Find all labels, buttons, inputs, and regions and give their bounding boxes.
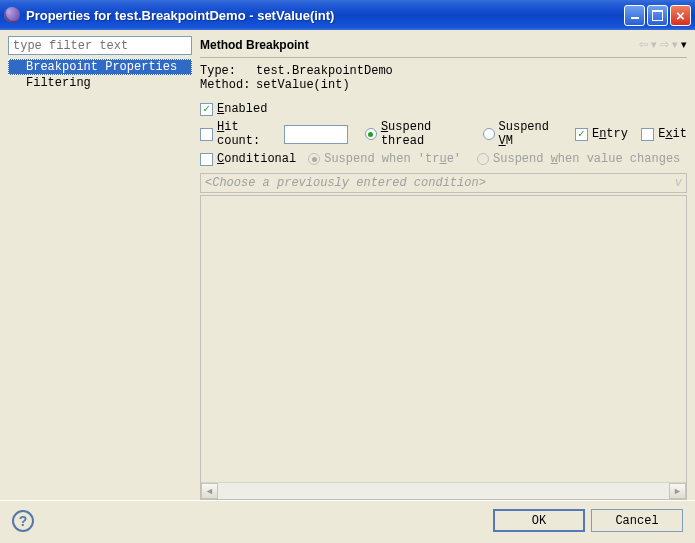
- view-menu-icon[interactable]: ▾: [681, 38, 687, 51]
- dialog-body: Breakpoint Properties Filtering Method B…: [0, 30, 695, 500]
- help-icon[interactable]: ?: [12, 510, 34, 532]
- suspend-vm-label: Suspend VM: [499, 120, 562, 148]
- filter-input[interactable]: [8, 36, 192, 55]
- chevron-down-icon: v: [675, 176, 682, 190]
- suspend-true-label: Suspend when 'true': [324, 152, 461, 166]
- conditional-label: Conditional: [217, 152, 296, 166]
- suspend-changes-radio: [477, 153, 489, 165]
- conditional-checkbox[interactable]: [200, 153, 213, 166]
- enabled-checkbox[interactable]: [200, 103, 213, 116]
- tree[interactable]: Breakpoint Properties Filtering: [8, 59, 192, 500]
- cancel-button[interactable]: Cancel: [591, 509, 683, 532]
- left-pane: Breakpoint Properties Filtering: [8, 36, 192, 500]
- forward-menu-icon[interactable]: ▾: [672, 38, 678, 51]
- section-title: Method Breakpoint: [200, 38, 639, 52]
- tree-item-breakpoint-properties[interactable]: Breakpoint Properties: [8, 59, 192, 75]
- condition-combo-placeholder: <Choose a previously entered condition>: [205, 176, 486, 190]
- enabled-label: Enabled: [217, 102, 267, 116]
- suspend-thread-radio[interactable]: [365, 128, 377, 140]
- horizontal-scrollbar[interactable]: ◄ ►: [201, 482, 686, 499]
- entry-checkbox[interactable]: [575, 128, 588, 141]
- hit-count-label: Hit count:: [217, 120, 280, 148]
- suspend-thread-label: Suspend thread: [381, 120, 469, 148]
- exit-label: Exit: [658, 127, 687, 141]
- conditional-row: Conditional Suspend when 'true' Suspend …: [200, 152, 687, 166]
- hit-count-checkbox[interactable]: [200, 128, 213, 141]
- tree-item-filtering[interactable]: Filtering: [8, 75, 192, 91]
- suspend-true-radio: [308, 153, 320, 165]
- exit-checkbox[interactable]: [641, 128, 654, 141]
- titlebar[interactable]: Properties for test.BreakpointDemo - set…: [0, 0, 695, 30]
- scroll-track[interactable]: [218, 483, 669, 499]
- section-head: Method Breakpoint ⇦ ▾ ⇨ ▾ ▾: [200, 36, 687, 58]
- type-label: Type:: [200, 64, 256, 78]
- condition-editor[interactable]: ◄ ►: [200, 195, 687, 500]
- enabled-row: Enabled: [200, 102, 687, 116]
- close-button[interactable]: [670, 5, 691, 26]
- method-label: Method:: [200, 78, 256, 92]
- ok-button[interactable]: OK: [493, 509, 585, 532]
- hitcount-row: Hit count: Suspend thread Suspend VM Ent…: [200, 120, 687, 148]
- scroll-right-button[interactable]: ►: [669, 483, 686, 499]
- forward-icon[interactable]: ⇨: [660, 38, 669, 51]
- type-value: test.BreakpointDemo: [256, 64, 393, 78]
- scroll-left-button[interactable]: ◄: [201, 483, 218, 499]
- condition-combo[interactable]: <Choose a previously entered condition> …: [200, 173, 687, 193]
- eclipse-icon: [4, 7, 20, 23]
- maximize-button[interactable]: [647, 5, 668, 26]
- suspend-vm-radio[interactable]: [483, 128, 495, 140]
- method-value: setValue(int): [256, 78, 350, 92]
- nav-arrows: ⇦ ▾ ⇨ ▾ ▾: [639, 38, 687, 51]
- hit-count-input[interactable]: [284, 125, 348, 144]
- minimize-button[interactable]: [624, 5, 645, 26]
- button-bar: ? OK Cancel: [0, 500, 695, 540]
- back-menu-icon[interactable]: ▾: [651, 38, 657, 51]
- window-title: Properties for test.BreakpointDemo - set…: [26, 8, 622, 23]
- suspend-changes-label: Suspend when value changes: [493, 152, 680, 166]
- info-grid: Type: test.BreakpointDemo Method: setVal…: [200, 64, 687, 92]
- back-icon[interactable]: ⇦: [639, 38, 648, 51]
- right-pane: Method Breakpoint ⇦ ▾ ⇨ ▾ ▾ Type: test.B…: [200, 36, 687, 500]
- entry-label: Entry: [592, 127, 628, 141]
